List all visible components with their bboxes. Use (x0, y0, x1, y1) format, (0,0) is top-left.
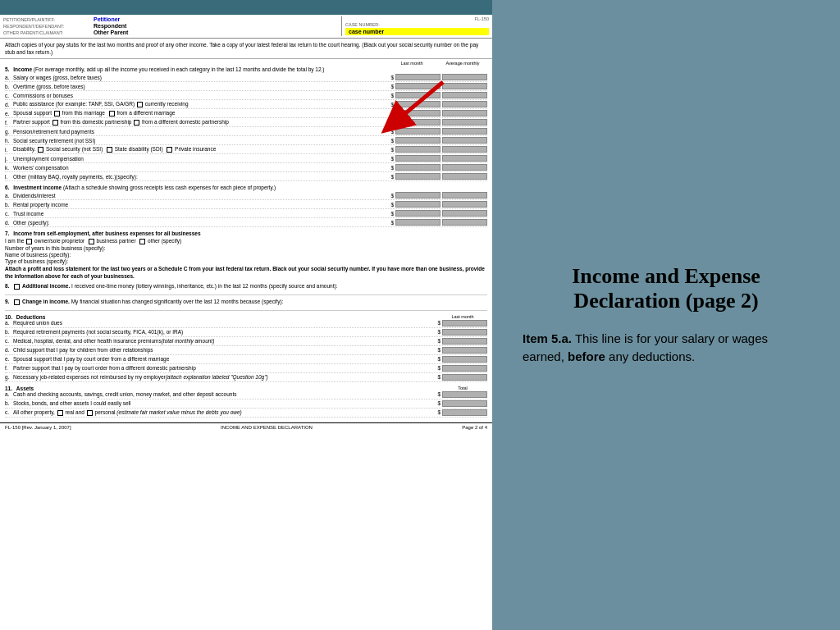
income-h-avg (442, 137, 487, 144)
deduct-g (442, 374, 487, 381)
petitioner-label: PETITIONER/PLAINTIFF: (3, 17, 94, 22)
income-row-d: d. Public assistance (for example: TANF,… (5, 101, 487, 109)
income-d-avg (442, 101, 487, 107)
deduct-row-b: b. Required retirement payments (not soc… (5, 329, 487, 337)
income-b-avg (442, 83, 487, 89)
asset-c (442, 409, 487, 416)
deduct-e (442, 356, 487, 363)
asset-b (442, 400, 487, 407)
deduct-row-e: e. Spousal support that I pay by court o… (5, 356, 487, 364)
footer-center: INCOME AND EXPENSE DECLARATION (221, 425, 313, 430)
income-k-avg (442, 164, 487, 171)
deduct-b (442, 329, 487, 336)
description-end: any deductions. (609, 349, 695, 363)
deduct-row-a: a. Required union dues $ (5, 320, 487, 328)
section7-attach: Attach a profit and loss statement for t… (5, 265, 487, 280)
deduct-row-d: d. Child support that I pay for children… (5, 347, 487, 355)
respondent-label: RESPONDENT/DEFENDANT: (3, 24, 94, 29)
section7-subtitle: I am the owner/sole proprietor business … (5, 238, 487, 244)
income-a-last (395, 74, 441, 80)
invest-b-avg (442, 201, 487, 208)
asset-row-c: c. All other property, real and personal… (5, 409, 487, 418)
income-row-k: k. Workers' compensation $ (5, 164, 487, 172)
form-header-right: FL-150 CASE NUMBER: case number (341, 16, 489, 36)
income-c-avg (442, 92, 487, 98)
description: Item 5.a. This line is for your salary o… (523, 330, 810, 367)
section7-name: Name of business (specify): (5, 252, 487, 258)
asset-row-a: a. Cash and checking accounts, savings, … (5, 391, 487, 399)
income-j-last (395, 155, 441, 162)
section10-header: 10. Deductions Last month (5, 314, 487, 320)
case-number: case number (345, 28, 489, 35)
section-9: 9. Change in income. My financial situat… (5, 299, 487, 311)
income-row-h: h. Social security retirement (not SSI) … (5, 137, 487, 145)
income-i-avg (442, 146, 487, 153)
income-row-a: a. Salary or wages (gross, before taxes)… (5, 74, 487, 82)
invest-d-last (395, 219, 441, 226)
income-f-last (395, 119, 441, 126)
income-c-last (395, 92, 441, 98)
section5-col-headers: Last month Average monthly (5, 61, 487, 66)
invest-a-avg (442, 192, 487, 199)
invest-b-last (395, 201, 441, 208)
description-start: Item 5.a. (523, 331, 572, 345)
section-7: 7. Income from self-employment, after bu… (5, 231, 487, 280)
section5-title: 5. Income (For average monthly, add up a… (5, 66, 487, 72)
income-row-g: g. Pension/retirement fund payments $ (5, 128, 487, 136)
income-row-i: i. Disability. Social security (not SSI)… (5, 146, 487, 154)
invest-d-avg (442, 219, 487, 226)
deduct-a (442, 320, 487, 326)
section-11: 11. Assets Total a. Cash and checking ac… (5, 386, 487, 418)
section11-title: 11. Assets (5, 386, 34, 391)
deduct-d (442, 347, 487, 354)
income-a-avg (442, 74, 487, 80)
income-d-last (395, 101, 441, 107)
section10-col1: Last month (438, 314, 487, 319)
income-e-avg (442, 110, 487, 116)
section-10: 10. Deductions Last month a. Required un… (5, 314, 487, 382)
section7-title: 7. Income from self-employment, after bu… (5, 231, 487, 236)
asset-row-b: b. Stocks, bonds, and other assets I cou… (5, 400, 487, 409)
section7-type: Type of business (specify): (5, 258, 487, 264)
form-container: PETITIONER/PLAINTIFF: Petitioner RESPOND… (0, 15, 492, 630)
header-bar (0, 0, 492, 15)
main-title: Income and Expense Declaration (page 2) (523, 264, 810, 313)
section-8: 8. Additional income. I received one-tim… (5, 283, 487, 295)
income-e-last (395, 110, 441, 116)
description-bold: before (568, 349, 605, 363)
section7-years: Number of years in this business (specif… (5, 245, 487, 251)
income-row-b: b. Overtime (gross, before taxes) $ (5, 83, 487, 91)
invest-row-b: b. Rental property income $ (5, 201, 487, 209)
section9-text: 9. Change in income. My financial situat… (5, 299, 487, 305)
income-k-last (395, 164, 441, 171)
section6-title: 6. Investment income (Attach a schedule … (5, 185, 487, 190)
col2-header: Average monthly (438, 61, 487, 66)
col1-header: Last month (387, 61, 436, 66)
other-value: Other Parent (94, 30, 128, 35)
form-footer: FL-150 [Rev. January 1, 2007] INCOME AND… (0, 422, 492, 431)
invest-c-avg (442, 210, 487, 217)
section-5: Last month Average monthly 5. Income (Fo… (5, 61, 487, 181)
form-header-left: PETITIONER/PLAINTIFF: Petitioner RESPOND… (3, 16, 341, 36)
asset-a (442, 391, 487, 398)
invest-a-last (395, 192, 441, 199)
deduct-row-g: g. Necessary job-related expenses not re… (5, 374, 487, 382)
income-j-avg (442, 155, 487, 162)
form-body: Last month Average monthly 5. Income (Fo… (0, 59, 492, 422)
income-row-e: e. Spousal support from this marriage fr… (5, 110, 487, 118)
income-l-avg (442, 173, 487, 180)
income-h-last (395, 137, 441, 144)
deduct-row-c: c. Medical, hospital, dental, and other … (5, 338, 487, 346)
section10-title: 10. Deductions (5, 314, 45, 320)
income-row-c: c. Commissions or bonuses $ (5, 92, 487, 100)
other-label: OTHER PARENT/CLAIMANT: (3, 30, 94, 35)
deduct-c (442, 338, 487, 345)
form-panel: PETITIONER/PLAINTIFF: Petitioner RESPOND… (0, 0, 492, 630)
section8-text: 8. Additional income. I received one-tim… (5, 283, 487, 290)
section8-input (5, 290, 487, 295)
income-g-avg (442, 128, 487, 135)
income-i-last (395, 146, 441, 153)
right-content: Income and Expense Declaration (page 2) … (523, 264, 810, 367)
case-label: CASE NUMBER: (345, 22, 489, 27)
income-row-j: j. Unemployment compensation $ (5, 155, 487, 163)
